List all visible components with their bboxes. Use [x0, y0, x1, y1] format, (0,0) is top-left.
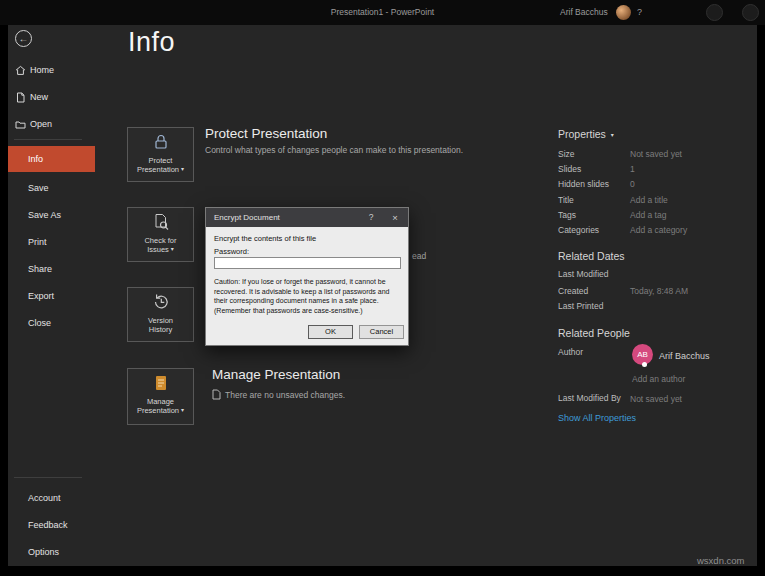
dialog-title: Encrypt Document [214, 208, 280, 227]
sidebar-item-label: Info [28, 154, 43, 164]
sidebar-item-label: Print [28, 237, 47, 247]
chevron-down-icon: ▾ [181, 166, 184, 172]
sidebar-item-label: Save [28, 183, 49, 193]
author-label: Author [558, 347, 583, 357]
backstage-sidebar: ← Home New Open Info Save Save As Print … [8, 25, 95, 566]
prop-label: Slides [558, 164, 581, 174]
button-label: Manage [147, 397, 174, 406]
sidebar-item-print[interactable]: Print [8, 229, 95, 255]
sidebar-item-info[interactable]: Info [8, 146, 95, 172]
protect-presentation-button[interactable]: Protect Presentation▾ [127, 127, 194, 182]
button-label: Presentation [137, 406, 179, 415]
sidebar-item-home[interactable]: Home [8, 57, 95, 83]
prop-value: Not saved yet [630, 149, 682, 159]
home-icon [15, 65, 26, 76]
lock-icon [152, 133, 170, 151]
page-title: Info [128, 27, 175, 58]
prop-label: Categories [558, 225, 599, 235]
properties-header[interactable]: Properties ▾ [558, 128, 614, 140]
sidebar-divider [14, 139, 82, 140]
manage-section-description: There are no unsaved changes. [225, 390, 345, 400]
back-button[interactable]: ← [15, 30, 32, 47]
add-title-field[interactable]: Add a title [630, 195, 668, 205]
prop-value: 0 [630, 179, 635, 189]
sidebar-item-label: Export [28, 291, 54, 301]
related-dates-header: Related Dates [558, 250, 625, 262]
prop-label: Title [558, 195, 574, 205]
prop-label: Hidden slides [558, 179, 609, 189]
sidebar-item-label: Options [28, 547, 59, 557]
chevron-down-icon: ▾ [181, 407, 184, 413]
sidebar-item-label: Close [28, 318, 51, 328]
button-label: Version [148, 316, 173, 325]
sidebar-item-export[interactable]: Export [8, 283, 95, 309]
dialog-help-icon[interactable]: ? [362, 208, 380, 227]
protect-section-heading: Protect Presentation [205, 126, 327, 141]
prop-value: 1 [630, 164, 635, 174]
button-label: Issues [147, 245, 169, 254]
dialog-close-icon[interactable]: × [386, 208, 404, 227]
sidebar-item-label: Share [28, 264, 52, 274]
presence-dot [642, 362, 647, 367]
sidebar-item-label: New [30, 92, 48, 102]
password-input[interactable] [214, 257, 401, 269]
inspect-document-icon [152, 213, 170, 231]
version-history-icon [152, 293, 170, 311]
watermark: wsxdn.com [697, 555, 745, 566]
related-people-header: Related People [558, 327, 630, 339]
properties-header-label: Properties [558, 128, 606, 140]
prop-value: Today, 8:48 AM [630, 286, 688, 296]
titlebar-circle-icon[interactable] [742, 4, 759, 21]
document-icon [212, 389, 221, 400]
chevron-down-icon: ▾ [611, 132, 614, 138]
window-title: Presentation1 - PowerPoint [0, 0, 765, 25]
hidden-description-fragment: ead [412, 251, 426, 261]
manage-section-heading: Manage Presentation [212, 367, 340, 382]
titlebar: Presentation1 - PowerPoint Arif Bacchus … [0, 0, 765, 25]
cancel-button[interactable]: Cancel [359, 325, 404, 339]
add-category-field[interactable]: Add a category [630, 225, 687, 235]
user-avatar[interactable] [616, 5, 631, 20]
help-icon[interactable]: ? [637, 0, 642, 25]
open-folder-icon [15, 119, 26, 130]
sidebar-item-save[interactable]: Save [8, 175, 95, 201]
protect-section-description: Control what types of changes people can… [205, 145, 463, 155]
add-author-field[interactable]: Add an author [632, 374, 685, 384]
version-history-button[interactable]: Version History [127, 287, 194, 342]
sidebar-item-label: Feedback [28, 520, 68, 530]
back-arrow-icon: ← [19, 33, 29, 44]
ok-button[interactable]: OK [308, 325, 353, 339]
prop-label: Created [558, 286, 588, 296]
chevron-down-icon: ▾ [171, 246, 174, 252]
sidebar-item-feedback[interactable]: Feedback [8, 512, 95, 538]
sidebar-item-close[interactable]: Close [8, 310, 95, 336]
sidebar-item-account[interactable]: Account [8, 485, 95, 511]
encrypt-document-dialog: Encrypt Document ? × Encrypt the content… [205, 207, 409, 346]
prop-label: Last Modified [558, 269, 609, 279]
last-modified-by-label: Last Modified By [558, 393, 621, 403]
manage-presentation-button[interactable]: Manage Presentation▾ [127, 368, 194, 425]
password-label: Password: [214, 247, 249, 256]
prop-label: Size [558, 149, 575, 159]
dialog-titlebar[interactable]: Encrypt Document ? × [206, 208, 408, 227]
sidebar-item-save-as[interactable]: Save As [8, 202, 95, 228]
check-for-issues-button[interactable]: Check for Issues▾ [127, 207, 194, 262]
author-name[interactable]: Arif Bacchus [659, 351, 710, 361]
button-label: History [149, 325, 172, 334]
dialog-intro-text: Encrypt the contents of this file [214, 234, 316, 243]
button-label: Presentation [137, 165, 179, 174]
sidebar-item-label: Account [28, 493, 61, 503]
sidebar-item-share[interactable]: Share [8, 256, 95, 282]
sidebar-item-options[interactable]: Options [8, 539, 95, 565]
sidebar-item-open[interactable]: Open [8, 111, 95, 137]
sidebar-item-label: Home [30, 65, 54, 75]
last-modified-by-value: Not saved yet [630, 394, 682, 404]
prop-label: Tags [558, 210, 576, 220]
sidebar-item-label: Save As [28, 210, 61, 220]
button-label: Protect [149, 156, 173, 165]
show-all-properties-link[interactable]: Show All Properties [558, 413, 636, 423]
button-label: Check for [144, 236, 176, 245]
sidebar-item-new[interactable]: New [8, 84, 95, 110]
add-tag-field[interactable]: Add a tag [630, 210, 666, 220]
titlebar-circle-icon[interactable] [706, 4, 723, 21]
